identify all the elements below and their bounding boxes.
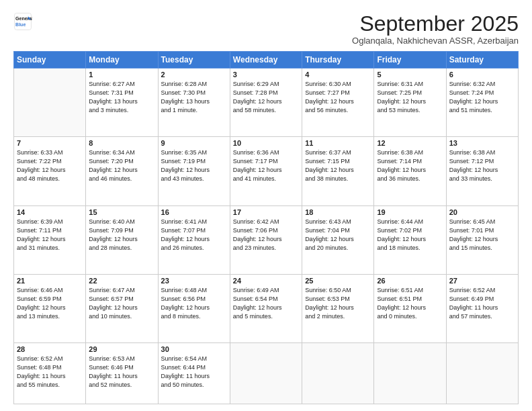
day-number: 20 — [449, 208, 515, 216]
day-number: 18 — [305, 208, 371, 216]
day-content: Sunrise: 6:33 AM Sunset: 7:22 PM Dayligh… — [17, 148, 83, 183]
day-number: 29 — [89, 345, 154, 353]
location-subtitle: Oglanqala, Nakhichevan ASSR, Azerbaijan — [352, 36, 519, 46]
day-content: Sunrise: 6:27 AM Sunset: 7:31 PM Dayligh… — [89, 80, 154, 115]
calendar-cell: 17Sunrise: 6:42 AM Sunset: 7:06 PM Dayli… — [230, 205, 302, 274]
day-number: 17 — [233, 208, 299, 216]
day-number: 3 — [233, 71, 299, 79]
calendar-cell: 6Sunrise: 6:32 AM Sunset: 7:24 PM Daylig… — [446, 68, 518, 137]
calendar-cell: 4Sunrise: 6:30 AM Sunset: 7:27 PM Daylig… — [302, 68, 374, 137]
day-content: Sunrise: 6:48 AM Sunset: 6:56 PM Dayligh… — [161, 286, 227, 321]
day-number: 5 — [377, 71, 443, 79]
day-number: 11 — [305, 139, 371, 147]
calendar-cell — [302, 342, 374, 404]
day-number: 30 — [161, 345, 227, 353]
calendar-cell: 22Sunrise: 6:47 AM Sunset: 6:57 PM Dayli… — [86, 274, 158, 342]
day-content: Sunrise: 6:47 AM Sunset: 6:57 PM Dayligh… — [89, 286, 154, 321]
calendar-cell: 11Sunrise: 6:37 AM Sunset: 7:15 PM Dayli… — [302, 137, 374, 205]
day-content: Sunrise: 6:40 AM Sunset: 7:09 PM Dayligh… — [89, 218, 154, 253]
day-content: Sunrise: 6:34 AM Sunset: 7:20 PM Dayligh… — [89, 148, 154, 183]
calendar-cell: 13Sunrise: 6:38 AM Sunset: 7:12 PM Dayli… — [446, 137, 518, 205]
day-number: 24 — [233, 277, 299, 285]
day-content: Sunrise: 6:49 AM Sunset: 6:54 PM Dayligh… — [233, 286, 299, 321]
calendar-cell — [14, 68, 86, 137]
day-number: 12 — [377, 139, 443, 147]
day-content: Sunrise: 6:52 AM Sunset: 6:48 PM Dayligh… — [17, 355, 83, 390]
calendar-cell: 18Sunrise: 6:43 AM Sunset: 7:04 PM Dayli… — [302, 205, 374, 274]
month-title: September 2025 — [352, 12, 519, 36]
calendar-cell: 26Sunrise: 6:51 AM Sunset: 6:51 PM Dayli… — [374, 274, 446, 342]
day-number: 9 — [161, 139, 227, 147]
day-number: 22 — [89, 277, 154, 285]
calendar-cell: 23Sunrise: 6:48 AM Sunset: 6:56 PM Dayli… — [158, 274, 230, 342]
day-content: Sunrise: 6:29 AM Sunset: 7:28 PM Dayligh… — [233, 80, 299, 115]
day-content: Sunrise: 6:43 AM Sunset: 7:04 PM Dayligh… — [305, 218, 371, 253]
day-number: 1 — [89, 71, 154, 79]
day-content: Sunrise: 6:44 AM Sunset: 7:02 PM Dayligh… — [377, 218, 443, 253]
day-number: 7 — [17, 139, 83, 147]
day-content: Sunrise: 6:51 AM Sunset: 6:51 PM Dayligh… — [377, 286, 443, 321]
day-number: 27 — [449, 277, 515, 285]
day-content: Sunrise: 6:38 AM Sunset: 7:12 PM Dayligh… — [449, 148, 515, 183]
day-number: 2 — [161, 71, 227, 79]
calendar-cell: 21Sunrise: 6:46 AM Sunset: 6:59 PM Dayli… — [14, 274, 86, 342]
day-number: 23 — [161, 277, 227, 285]
day-number: 4 — [305, 71, 371, 79]
calendar-cell: 20Sunrise: 6:45 AM Sunset: 7:01 PM Dayli… — [446, 205, 518, 274]
svg-text:Blue: Blue — [15, 22, 26, 27]
calendar-cell: 19Sunrise: 6:44 AM Sunset: 7:02 PM Dayli… — [374, 205, 446, 274]
calendar-cell: 25Sunrise: 6:50 AM Sunset: 6:53 PM Dayli… — [302, 274, 374, 342]
day-content: Sunrise: 6:42 AM Sunset: 7:06 PM Dayligh… — [233, 218, 299, 253]
calendar-cell — [374, 342, 446, 404]
calendar-cell: 8Sunrise: 6:34 AM Sunset: 7:20 PM Daylig… — [86, 137, 158, 205]
day-content: Sunrise: 6:38 AM Sunset: 7:14 PM Dayligh… — [377, 148, 443, 183]
calendar-cell: 30Sunrise: 6:54 AM Sunset: 6:44 PM Dayli… — [158, 342, 230, 404]
day-number: 15 — [89, 208, 154, 216]
day-header: Saturday — [446, 52, 518, 68]
day-content: Sunrise: 6:32 AM Sunset: 7:24 PM Dayligh… — [449, 80, 515, 115]
calendar-cell: 16Sunrise: 6:41 AM Sunset: 7:07 PM Dayli… — [158, 205, 230, 274]
day-header: Monday — [86, 52, 158, 68]
day-content: Sunrise: 6:50 AM Sunset: 6:53 PM Dayligh… — [305, 286, 371, 321]
day-header: Thursday — [302, 52, 374, 68]
calendar-cell — [446, 342, 518, 404]
day-header: Sunday — [14, 52, 86, 68]
day-number: 6 — [449, 71, 515, 79]
day-number: 8 — [89, 139, 154, 147]
day-content: Sunrise: 6:41 AM Sunset: 7:07 PM Dayligh… — [161, 218, 227, 253]
calendar-cell: 1Sunrise: 6:27 AM Sunset: 7:31 PM Daylig… — [86, 68, 158, 137]
day-header: Tuesday — [158, 52, 230, 68]
day-content: Sunrise: 6:37 AM Sunset: 7:15 PM Dayligh… — [305, 148, 371, 183]
calendar-cell: 7Sunrise: 6:33 AM Sunset: 7:22 PM Daylig… — [14, 137, 86, 205]
logo-icon: General Blue — [13, 12, 32, 31]
calendar-cell: 5Sunrise: 6:31 AM Sunset: 7:25 PM Daylig… — [374, 68, 446, 137]
day-header: Friday — [374, 52, 446, 68]
calendar-cell: 29Sunrise: 6:53 AM Sunset: 6:46 PM Dayli… — [86, 342, 158, 404]
day-number: 21 — [17, 277, 83, 285]
calendar-cell — [230, 342, 302, 404]
day-content: Sunrise: 6:35 AM Sunset: 7:19 PM Dayligh… — [161, 148, 227, 183]
day-content: Sunrise: 6:28 AM Sunset: 7:30 PM Dayligh… — [161, 80, 227, 115]
day-number: 26 — [377, 277, 443, 285]
day-content: Sunrise: 6:45 AM Sunset: 7:01 PM Dayligh… — [449, 218, 515, 253]
logo: General Blue — [13, 12, 34, 31]
calendar-cell: 27Sunrise: 6:52 AM Sunset: 6:49 PM Dayli… — [446, 274, 518, 342]
day-number: 16 — [161, 208, 227, 216]
calendar-cell: 3Sunrise: 6:29 AM Sunset: 7:28 PM Daylig… — [230, 68, 302, 137]
day-number: 14 — [17, 208, 83, 216]
day-content: Sunrise: 6:39 AM Sunset: 7:11 PM Dayligh… — [17, 218, 83, 253]
day-content: Sunrise: 6:52 AM Sunset: 6:49 PM Dayligh… — [449, 286, 515, 321]
day-content: Sunrise: 6:53 AM Sunset: 6:46 PM Dayligh… — [89, 355, 154, 390]
title-block: September 2025 Oglanqala, Nakhichevan AS… — [352, 12, 519, 46]
calendar-cell: 12Sunrise: 6:38 AM Sunset: 7:14 PM Dayli… — [374, 137, 446, 205]
day-content: Sunrise: 6:54 AM Sunset: 6:44 PM Dayligh… — [161, 355, 227, 390]
day-number: 25 — [305, 277, 371, 285]
calendar-cell: 14Sunrise: 6:39 AM Sunset: 7:11 PM Dayli… — [14, 205, 86, 274]
svg-rect-0 — [15, 13, 32, 30]
calendar-cell: 2Sunrise: 6:28 AM Sunset: 7:30 PM Daylig… — [158, 68, 230, 137]
calendar-table: SundayMondayTuesdayWednesdayThursdayFrid… — [13, 51, 519, 404]
calendar-cell: 24Sunrise: 6:49 AM Sunset: 6:54 PM Dayli… — [230, 274, 302, 342]
day-header: Wednesday — [230, 52, 302, 68]
day-content: Sunrise: 6:36 AM Sunset: 7:17 PM Dayligh… — [233, 148, 299, 183]
day-content: Sunrise: 6:31 AM Sunset: 7:25 PM Dayligh… — [377, 80, 443, 115]
